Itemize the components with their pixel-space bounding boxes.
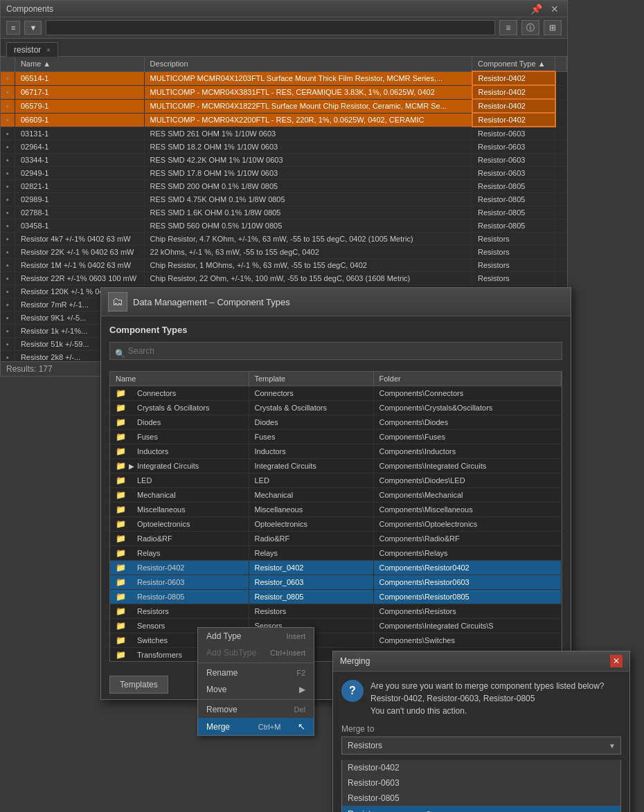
folder-icon: 📁	[116, 446, 126, 456]
dm-row-template: Mechanical	[249, 488, 373, 503]
merge-titlebar: Merging ✕	[333, 651, 629, 671]
ctx-add-type[interactable]: Add Type Insert	[198, 628, 314, 644]
dm-table: Name Template Folder 📁Connectors Connect…	[110, 372, 562, 662]
dropdown-option-resistor0805[interactable]: Resistor-0805	[342, 791, 620, 806]
dropdown-option-resistor0603[interactable]: Resistor-0603	[342, 775, 620, 791]
dm-row-folder: Components\Fuses	[373, 430, 562, 444]
grid-view-button[interactable]: ⊞	[544, 20, 562, 35]
dm-table-row[interactable]: 📁Fuses Fuses Components\Fuses	[110, 430, 562, 444]
dm-row-folder: Components\Resistors	[373, 604, 562, 619]
dm-table-row[interactable]: 📁Radio&RF Radio&RF Components\Radio&RF	[110, 532, 562, 546]
row-name: Resistor 22R +/-1% 0603 100 mW	[15, 272, 144, 285]
templates-button[interactable]: Templates	[109, 676, 168, 694]
table-row[interactable]: ▪ Resistor 4k7 +/-1% 0402 63 mW Chip Res…	[1, 233, 567, 246]
table-row[interactable]: ▪ 02821-1 RES SMD 200 OHM 0.1% 1/8W 0805…	[1, 180, 567, 193]
table-row[interactable]: ▪ 03131-1 RES SMD 261 OHM 1% 1/10W 0603 …	[1, 127, 567, 141]
dropdown-option-resistor0402[interactable]: Resistor-0402	[342, 760, 620, 775]
col-type-header[interactable]: Component Type ▲	[472, 57, 555, 71]
dropdown-option-resistors[interactable]: Resistors ↖	[342, 806, 620, 812]
folder-icon: 📁	[116, 519, 126, 529]
folder-icon: 📁	[116, 650, 126, 660]
table-row[interactable]: ▪ 02788-1 RES SMD 1.6K OHM 0.1% 1/8W 080…	[1, 206, 567, 219]
folder-icon: 📁	[116, 505, 126, 514]
table-row[interactable]: ▪ 02949-1 RES SMD 17.8 OHM 1% 1/10W 0603…	[1, 167, 567, 180]
dm-table-row[interactable]: 📁Relays Relays Components\Relays	[110, 546, 562, 561]
info-button[interactable]: ⓘ	[521, 20, 539, 35]
dm-table-row[interactable]: 📁Inductors Inductors Components\Inductor…	[110, 444, 562, 459]
dm-table-row[interactable]: 📁Resistor-0805 Resistor_0805 Components\…	[110, 590, 562, 604]
col-desc-header[interactable]: Description	[144, 57, 472, 71]
dm-table-row[interactable]: 📁Connectors Connectors Components\Connec…	[110, 386, 562, 401]
table-row[interactable]: ▪ Resistor 1M +/-1 % 0402 63 mW Chip Res…	[1, 259, 567, 272]
dm-table-row[interactable]: 📁Resistors Resistors Components\Resistor…	[110, 604, 562, 619]
dm-row-folder: Components\Miscellaneous	[373, 503, 562, 517]
dm-col-folder-header[interactable]: Folder	[373, 372, 562, 386]
row-type: Resistor-0402	[472, 85, 555, 99]
col-name-header[interactable]: Name ▲	[15, 57, 144, 71]
dm-table-row[interactable]: 📁LED LED Components\Diodes\LED	[110, 473, 562, 488]
row-icon: ▪	[1, 325, 15, 338]
row-name: 06514-1	[15, 71, 144, 85]
dm-row-template: Optoelectronics	[249, 517, 373, 532]
row-icon: ▪	[1, 338, 15, 351]
dm-table-row[interactable]: 📁▶Integrated Circuits Integrated Circuit…	[110, 459, 562, 473]
table-row[interactable]: ▪ 02964-1 RES SMD 18.2 OHM 1% 1/10W 0603…	[1, 141, 567, 154]
ctx-remove[interactable]: Remove Del	[198, 701, 314, 718]
dm-row-folder: Components\Radio&RF	[373, 532, 562, 546]
row-name: 03458-1	[15, 219, 144, 233]
resistor-tab[interactable]: resistor ×	[6, 42, 58, 57]
ctx-merge[interactable]: Merge Ctrl+M ↖	[198, 718, 314, 735]
table-row[interactable]: ▪ 06717-1 MULTICOMP - MCMR04X3831FTL - R…	[1, 85, 567, 99]
row-type: Resistor-0805	[472, 206, 555, 219]
dm-row-folder: Components\Diodes	[373, 415, 562, 430]
table-row[interactable]: ▪ 02989-1 RES SMD 4.75K OHM 0.1% 1/8W 08…	[1, 193, 567, 206]
search-input[interactable]	[46, 20, 495, 35]
dm-row-folder: Components\Resistor0805	[373, 590, 562, 604]
dm-table-row[interactable]: 📁Crystals & Oscillators Crystals & Oscil…	[110, 401, 562, 415]
col-icon-header[interactable]	[1, 57, 15, 71]
row-icon: ▪	[1, 298, 15, 312]
table-row[interactable]: ▪ 06609-1 MULTICOMP - MCMR04X2200FTL - R…	[1, 113, 567, 127]
row-name: 02788-1	[15, 206, 144, 219]
row-icon: ▪	[1, 127, 15, 141]
dm-row-folder: Components\Optoelectronics	[373, 517, 562, 532]
merge-to-dropdown[interactable]: Resistors	[341, 737, 621, 755]
ctx-rename[interactable]: Rename F2	[198, 665, 314, 681]
menu-button[interactable]: ≡	[6, 21, 20, 35]
table-row[interactable]: ▪ Resistor 22K +/-1 % 0402 63 mW 22 kOhm…	[1, 246, 567, 259]
dm-search-input[interactable]	[109, 342, 562, 360]
dm-table-row[interactable]: 📁Mechanical Mechanical Components\Mechan…	[110, 488, 562, 503]
col-scroll-header	[555, 57, 567, 71]
dm-row-folder: Components\Relays	[373, 546, 562, 561]
ctx-move[interactable]: Move ▶	[198, 681, 314, 698]
filter-button[interactable]: ▼	[24, 21, 42, 35]
tab-close-button[interactable]: ×	[46, 46, 51, 54]
dm-table-row[interactable]: 📁Sensors Sensors Components\Integrated C…	[110, 619, 562, 633]
close-button[interactable]: ✕	[548, 3, 562, 15]
dm-table-row[interactable]: 📁Resistor-0402 Resistor_0402 Components\…	[110, 561, 562, 575]
row-icon: ▪	[1, 351, 15, 362]
dm-col-template-header[interactable]: Template	[249, 372, 373, 386]
folder-icon: 📁	[116, 534, 126, 543]
dm-table-row[interactable]: 📁Miscellaneous Miscellaneous Components\…	[110, 503, 562, 517]
row-icon: ▪	[1, 113, 15, 127]
merge-close-button[interactable]: ✕	[610, 655, 623, 667]
table-row[interactable]: ▪ 06579-1 MULTICOMP - MCMR04X1822FTL Sur…	[1, 99, 567, 113]
row-type: Resistor-0805	[472, 219, 555, 233]
tab-strip: resistor ×	[1, 39, 567, 57]
dm-row-template: Fuses	[249, 430, 373, 444]
merge-title: Merging	[340, 656, 370, 666]
dm-table-row[interactable]: 📁Diodes Diodes Components\Diodes	[110, 415, 562, 430]
dm-col-name-header[interactable]: Name	[110, 372, 249, 386]
dm-row-folder: Components\Connectors	[373, 386, 562, 401]
dm-table-row[interactable]: 📁Optoelectronics Optoelectronics Compone…	[110, 517, 562, 532]
dm-table-row[interactable]: 📁Resistor-0603 Resistor_0603 Components\…	[110, 575, 562, 590]
dm-table-row[interactable]: 📁Switches Switches Components\Switches	[110, 633, 562, 648]
table-row[interactable]: ▪ Resistor 22R +/-1% 0603 100 mW Chip Re…	[1, 272, 567, 285]
table-row[interactable]: ▪ 06514-1 MULTICOMP MCMR04X1203FTL Surfa…	[1, 71, 567, 85]
pin-button[interactable]: 📌	[528, 3, 545, 15]
list-view-button[interactable]: ≡	[499, 20, 517, 35]
row-desc: Chip Resistor, 22 Ohm, +/-1%, 100 mW, -5…	[144, 272, 472, 285]
table-row[interactable]: ▪ 03344-1 RES SMD 42.2K OHM 1% 1/10W 060…	[1, 154, 567, 167]
table-row[interactable]: ▪ 03458-1 RES SMD 560 OHM 0.5% 1/10W 080…	[1, 219, 567, 233]
